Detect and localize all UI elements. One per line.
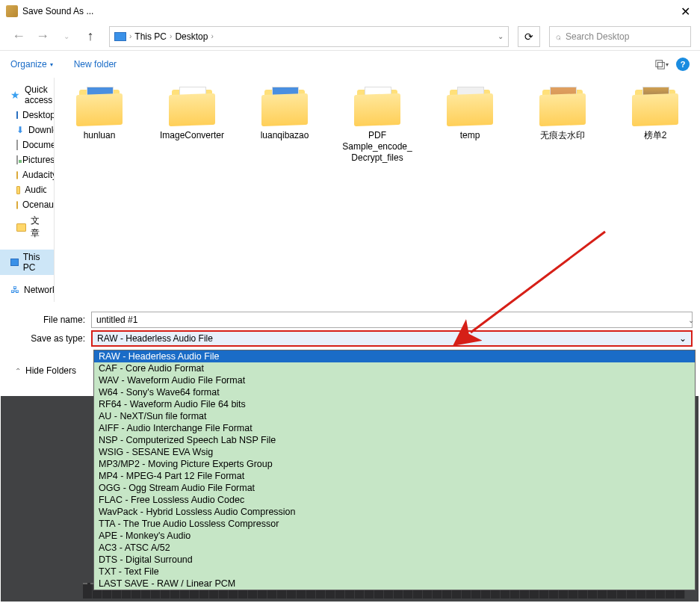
file-name-label: File name: — [9, 315, 91, 325]
window-title: Save Sound As ... — [22, 6, 93, 16]
sidebar-item-pictures[interactable]: Pictures 📌 — [0, 152, 54, 167]
form-area: File name: ⌄ Save as type: RAW - Headerl… — [0, 302, 700, 353]
folder-bangdan2[interactable]: 榜单2 — [618, 88, 693, 141]
help-button[interactable]: ? — [676, 58, 690, 71]
dropdown-option[interactable]: AIFF - Audio Interchange File Format — [94, 422, 695, 434]
dropdown-option[interactable]: RF64 - Waveform Audio File 64 bits — [94, 398, 695, 410]
pc-icon — [10, 259, 19, 266]
folder-temp[interactable]: temp — [433, 88, 507, 141]
chevron-down-icon[interactable]: ⌄ — [688, 316, 694, 324]
dropdown-option[interactable]: AU - NeXT/Sun file format — [94, 410, 695, 422]
sidebar-item-network[interactable]: 🖧 Network — [0, 282, 54, 297]
dropdown-option[interactable]: OGG - Ogg Stream Audio File Format — [94, 482, 695, 494]
dropdown-option[interactable]: W64 - Sony's Wave64 format — [94, 386, 695, 398]
new-folder-button[interactable]: New folder — [74, 59, 117, 69]
dropdown-option[interactable]: FLAC - Free Lossless Audio Codec — [94, 494, 695, 506]
sidebar-item-wenzhang[interactable]: 文章 — [0, 212, 54, 242]
sidebar-item-label: Audacity — [22, 170, 55, 180]
sidebar-item-desktop[interactable]: Desktop 📌 — [0, 108, 54, 123]
search-placeholder: Search Desktop — [566, 31, 629, 42]
folder-icon — [16, 201, 18, 209]
search-input[interactable]: ⌕ Search Desktop — [549, 26, 691, 47]
dropdown-option[interactable]: APE - Monkey's Audio — [94, 530, 695, 542]
tile-label: luanqibazao — [261, 130, 309, 141]
view-options-button[interactable]: ▾ — [655, 58, 669, 71]
pc-icon — [114, 32, 126, 41]
chevron-down-icon[interactable]: ⌄ — [679, 333, 687, 344]
chevron-down-icon: ▾ — [50, 61, 53, 68]
address-dropdown-icon[interactable]: ⌄ — [498, 32, 504, 40]
folder-icon — [16, 223, 26, 232]
organize-button[interactable]: Organize ▾ — [10, 59, 53, 69]
dropdown-option[interactable]: LAST SAVE - RAW / Linear PCM — [94, 578, 695, 590]
tile-label: 榜单2 — [644, 130, 667, 141]
close-button[interactable]: ✕ — [676, 4, 694, 19]
address-bar[interactable]: › This PC › Desktop › ⌄ — [109, 26, 509, 47]
dropdown-option[interactable]: WAV - Waveform Audio File Format — [94, 374, 695, 386]
save-type-select[interactable]: RAW - Headerless Audio File ⌄ — [91, 330, 693, 347]
dropdown-option[interactable]: WavPack - Hybrid Lossless Audio Compress… — [94, 506, 695, 518]
dropdown-option[interactable]: TXT - Text File — [94, 566, 695, 578]
breadcrumb-this-pc[interactable]: This PC — [134, 31, 167, 42]
folder-pdf-sample[interactable]: PDF Sample_encode_Decrypt_files — [340, 88, 415, 164]
sidebar-item-label: Pictures — [22, 155, 55, 165]
folder-icon — [632, 88, 678, 126]
forward-button[interactable]: → — [33, 27, 52, 46]
organize-label: Organize — [10, 59, 47, 69]
sidebar-item-label: Ocenaudio — [22, 200, 55, 210]
file-name-value[interactable] — [96, 315, 687, 325]
folder-icon — [354, 88, 400, 126]
document-icon — [16, 140, 18, 150]
sidebar-item-audacity[interactable]: Audacity — [0, 167, 54, 182]
folder-luanqibazao[interactable]: luanqibazao — [247, 88, 322, 141]
tile-label: temp — [460, 130, 480, 141]
save-type-dropdown-list[interactable]: RAW - Headerless Audio File CAF - Core A… — [93, 350, 696, 590]
sidebar-item-label: Desktop — [22, 110, 55, 120]
star-icon: ★ — [10, 89, 20, 101]
sidebar-item-quick-access[interactable]: ★ Quick access — [0, 82, 54, 108]
dropdown-option[interactable]: AC3 - ATSC A/52 — [94, 542, 695, 554]
folder-hunluan[interactable]: hunluan — [62, 88, 137, 141]
folder-icon — [261, 88, 308, 126]
dropdown-option[interactable]: CAF - Core Audio Format — [94, 362, 695, 374]
folder-icon — [539, 88, 586, 126]
sidebar-item-label: Documents — [22, 140, 55, 150]
app-icon — [6, 5, 18, 17]
sidebar: ★ Quick access Desktop 📌 ⬇ Downloads 📌 D… — [0, 78, 55, 302]
sidebar-item-audio-recorder[interactable]: Audio Recorder pgr — [0, 182, 54, 197]
sidebar-item-documents[interactable]: Documents 📌 — [0, 137, 54, 152]
dropdown-option[interactable]: TTA - The True Audio Lossless Compressor — [94, 518, 695, 530]
chevron-right-icon: › — [129, 32, 131, 40]
dropdown-option[interactable]: RAW - Headerless Audio File — [94, 350, 695, 362]
folder-imageconverter[interactable]: ImageConverter — [155, 88, 229, 141]
chevron-up-icon: ⌃ — [15, 367, 21, 375]
pictures-icon — [16, 155, 18, 164]
sidebar-item-downloads[interactable]: ⬇ Downloads 📌 — [0, 123, 54, 137]
sidebar-item-label: Quick access — [25, 84, 52, 105]
folder-icon — [447, 88, 493, 126]
sidebar-item-label: This PC — [23, 252, 46, 273]
main-area: ★ Quick access Desktop 📌 ⬇ Downloads 📌 D… — [0, 78, 700, 302]
recent-locations-button[interactable]: ⌄ — [57, 27, 76, 46]
svg-rect-0 — [656, 61, 663, 67]
file-name-input[interactable]: ⌄ — [91, 312, 693, 328]
sidebar-item-this-pc[interactable]: This PC — [0, 250, 54, 275]
dropdown-option[interactable]: DTS - Digital Surround — [94, 554, 695, 566]
up-button[interactable]: ↑ — [81, 27, 100, 46]
save-type-value: RAW - Headerless Audio File — [97, 333, 213, 344]
network-icon: 🖧 — [10, 285, 19, 295]
back-button[interactable]: ← — [9, 27, 28, 46]
titlebar: Save Sound As ... ✕ — [0, 0, 700, 22]
folder-icon — [16, 186, 20, 194]
dropdown-option[interactable]: NSP - Computerized Speech Lab NSP File — [94, 434, 695, 446]
sidebar-item-ocenaudio[interactable]: Ocenaudio — [0, 197, 54, 212]
dropdown-option[interactable]: WSIG - SESANE EVA Wsig — [94, 446, 695, 458]
tile-label: ImageConverter — [160, 130, 224, 141]
dropdown-option[interactable]: MP3/MP2 - Moving Picture Experts Group — [94, 458, 695, 470]
chevron-right-icon: › — [211, 32, 213, 40]
breadcrumb-desktop[interactable]: Desktop — [175, 31, 208, 42]
refresh-button[interactable]: ⟳ — [518, 26, 540, 47]
folder-wuhen[interactable]: 无痕去水印 — [525, 88, 600, 141]
new-folder-label: New folder — [74, 59, 117, 69]
dropdown-option[interactable]: MP4 - MPEG-4 Part 12 File Format — [94, 470, 695, 482]
